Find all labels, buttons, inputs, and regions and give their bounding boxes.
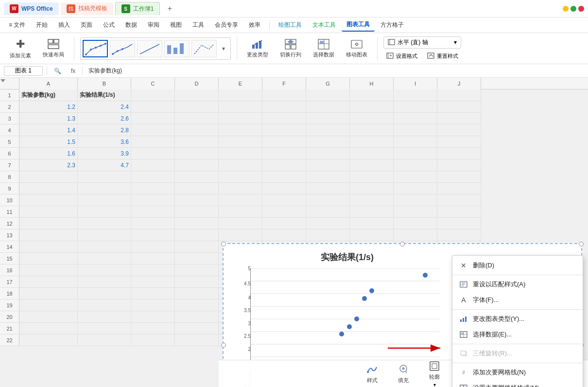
cell-d13[interactable]	[175, 229, 219, 241]
cell-j1[interactable]	[437, 89, 481, 101]
cell-i7[interactable]	[394, 159, 437, 171]
cell-e12[interactable]	[219, 218, 262, 229]
cell-c7[interactable]	[131, 159, 175, 171]
menu-chart-tool[interactable]: 图表工具	[342, 18, 375, 32]
cell-d20[interactable]	[175, 311, 219, 323]
close-button[interactable]	[578, 6, 584, 12]
menu-formula[interactable]: 公式	[98, 19, 120, 31]
cell-e8[interactable]	[219, 171, 262, 183]
ctx-font[interactable]: A 字体(F)...	[452, 292, 583, 308]
cell-a4[interactable]: 1.4	[19, 124, 78, 136]
resize-handle-left[interactable]	[221, 343, 226, 348]
cell-d16[interactable]	[175, 264, 219, 276]
cell-a13[interactable]	[19, 229, 78, 241]
ctx-reset-style[interactable]: 重设以匹配样式(A)	[452, 277, 583, 292]
col-header-f[interactable]: F	[262, 78, 306, 89]
cell-a20[interactable]	[19, 311, 78, 323]
cell-a11[interactable]	[19, 206, 78, 218]
cell-c12[interactable]	[131, 218, 175, 229]
cell-h12[interactable]	[350, 218, 394, 229]
cell-b9[interactable]	[78, 183, 131, 194]
cell-b11[interactable]	[78, 206, 131, 218]
cell-b19[interactable]	[78, 299, 131, 311]
cell-h11[interactable]	[350, 206, 394, 218]
cell-f3[interactable]	[262, 113, 306, 124]
cell-c3[interactable]	[131, 113, 175, 124]
chart-thumb-2[interactable]	[110, 40, 135, 57]
cell-a21[interactable]	[19, 323, 78, 334]
cell-i6[interactable]	[394, 148, 437, 159]
quick-layout-button[interactable]: 快速布局	[39, 37, 68, 60]
cell-h7[interactable]	[350, 159, 394, 171]
move-chart-button[interactable]: 移动图表	[342, 37, 371, 60]
cell-d2[interactable]	[175, 101, 219, 113]
cell-a3[interactable]: 1.3	[19, 113, 78, 124]
cell-f4[interactable]	[262, 124, 306, 136]
menu-home[interactable]: 开始	[31, 19, 52, 31]
cell-c15[interactable]	[131, 253, 175, 264]
cell-e10[interactable]	[219, 194, 262, 206]
cell-i13[interactable]	[394, 229, 437, 241]
chart-thumb-3[interactable]	[137, 40, 162, 57]
cell-c4[interactable]	[131, 124, 175, 136]
cell-h1[interactable]	[350, 89, 394, 101]
cell-c5[interactable]	[131, 136, 175, 148]
add-element-button[interactable]: ✚ 添加元素	[6, 36, 35, 61]
cell-f6[interactable]	[262, 148, 306, 159]
menu-member[interactable]: 会员专享	[210, 19, 243, 31]
cell-a6[interactable]: 1.6	[19, 148, 78, 159]
cell-b3[interactable]: 2.6	[78, 113, 131, 124]
name-box[interactable]	[4, 66, 43, 76]
cell-j12[interactable]	[437, 218, 481, 229]
cell-b13[interactable]	[78, 229, 131, 241]
cell-b22[interactable]	[78, 334, 131, 346]
wps-tab[interactable]: W WPS Office	[4, 2, 59, 15]
cell-g9[interactable]	[306, 183, 350, 194]
menu-review[interactable]: 审阅	[143, 19, 164, 31]
cell-c16[interactable]	[131, 264, 175, 276]
cell-b17[interactable]	[78, 276, 131, 288]
cell-i5[interactable]	[394, 136, 437, 148]
cell-f8[interactable]	[262, 171, 306, 183]
cell-f10[interactable]	[262, 194, 306, 206]
menu-grid-tool[interactable]: 方方格子	[376, 19, 409, 31]
thumb-expand-button[interactable]: ▾	[219, 40, 228, 57]
cell-g10[interactable]	[306, 194, 350, 206]
cell-h9[interactable]	[350, 183, 394, 194]
menu-text-tool[interactable]: 文本工具	[308, 19, 341, 31]
set-format-button[interactable]: 设置格式	[383, 52, 420, 61]
cell-c10[interactable]	[131, 194, 175, 206]
cell-a19[interactable]	[19, 299, 78, 311]
cell-i9[interactable]	[394, 183, 437, 194]
cell-d1[interactable]	[175, 89, 219, 101]
cell-b7[interactable]: 4.7	[78, 159, 131, 171]
cell-a17[interactable]	[19, 276, 78, 288]
minimize-button[interactable]	[563, 6, 569, 12]
cell-e7[interactable]	[219, 159, 262, 171]
cell-j6[interactable]	[437, 148, 481, 159]
cell-a10[interactable]	[19, 194, 78, 206]
cell-b5[interactable]: 3.6	[78, 136, 131, 148]
cell-d15[interactable]	[175, 253, 219, 264]
ctx-set-major-gridlines[interactable]: 设置主要网格线格式(M)...	[452, 380, 583, 387]
new-tab-button[interactable]: +	[164, 3, 175, 15]
cell-e1[interactable]	[219, 89, 262, 101]
switch-row-col-button[interactable]: 切换行列	[276, 37, 305, 60]
cell-f7[interactable]	[262, 159, 306, 171]
cell-i11[interactable]	[394, 206, 437, 218]
cell-h10[interactable]	[350, 194, 394, 206]
cell-g7[interactable]	[306, 159, 350, 171]
cell-c13[interactable]	[131, 229, 175, 241]
cell-b14[interactable]	[78, 241, 131, 253]
cell-b12[interactable]	[78, 218, 131, 229]
menu-tools[interactable]: 工具	[188, 19, 209, 31]
ctx-add-minor-gridlines[interactable]: # 添加次要网格线(N)	[452, 365, 583, 380]
cell-c19[interactable]	[131, 299, 175, 311]
cell-d19[interactable]	[175, 299, 219, 311]
cell-b6[interactable]: 3.9	[78, 148, 131, 159]
cell-d10[interactable]	[175, 194, 219, 206]
axis-dropdown[interactable]: 水平 (直) 轴 ▾	[383, 36, 461, 49]
cell-c1[interactable]	[131, 89, 175, 101]
cell-b8[interactable]	[78, 171, 131, 183]
cell-d6[interactable]	[175, 148, 219, 159]
